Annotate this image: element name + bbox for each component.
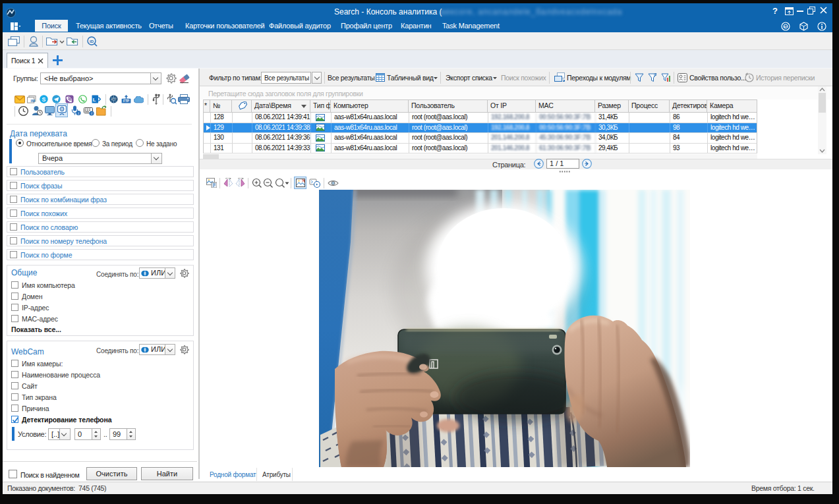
svg-text:S: S — [42, 96, 46, 103]
svg-text:API: API — [784, 25, 788, 28]
svg-text:HTTP: HTTP — [111, 98, 116, 101]
svg-text:IM: IM — [31, 99, 36, 103]
svg-text:FTP: FTP — [123, 99, 129, 103]
svg-text:L: L — [93, 97, 96, 103]
svg-text:ID: ID — [90, 40, 94, 43]
